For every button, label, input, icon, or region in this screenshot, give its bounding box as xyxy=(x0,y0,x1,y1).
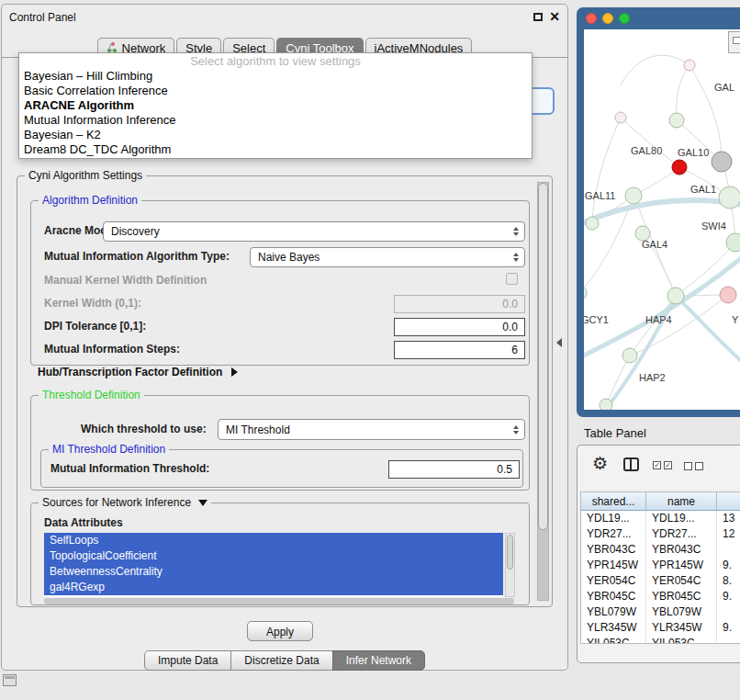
mi-algorithm-type-select[interactable]: Naive Bayes xyxy=(250,247,525,267)
network-node[interactable] xyxy=(615,112,626,123)
attributes-horizontal-scrollbar[interactable] xyxy=(44,598,514,604)
table-row[interactable]: YBR045CYBR045C9. xyxy=(581,589,740,604)
gear-icon[interactable]: ⚙ xyxy=(592,453,608,474)
table-cell[interactable]: YLR345W xyxy=(581,620,646,636)
network-node[interactable] xyxy=(719,186,740,209)
table-row[interactable]: YLR345WYLR345W9. xyxy=(581,620,740,636)
algorithm-option[interactable]: Bayesian – Hill Climbing xyxy=(19,69,532,84)
aracne-mode-select[interactable]: Discovery xyxy=(103,221,525,242)
table-row[interactable]: YPR145WYPR145W9. xyxy=(581,558,740,573)
table-cell[interactable] xyxy=(717,636,740,644)
network-canvas[interactable]: GALGAL80GAL10GAL11GAL1SWI4GAL4GCY1HAP4YH… xyxy=(584,29,740,410)
table-cell[interactable]: 12 xyxy=(717,526,740,542)
network-node[interactable] xyxy=(584,286,587,300)
table-cell[interactable]: 9. xyxy=(717,558,740,573)
algorithm-option[interactable]: Dream8 DC_TDC Algorithm xyxy=(19,142,532,157)
network-edge[interactable] xyxy=(606,296,676,409)
minimize-window-button[interactable] xyxy=(602,13,613,24)
restore-panel-icon[interactable] xyxy=(3,674,17,686)
algorithm-option[interactable]: Basic Correlation Inference xyxy=(19,84,532,98)
table-cell[interactable]: YDL19... xyxy=(581,511,646,526)
table-cell[interactable] xyxy=(717,542,740,558)
algorithm-option[interactable]: ARACNE Algorithm xyxy=(19,98,532,113)
bottom-tab-impute-data[interactable]: Impute Data xyxy=(144,650,231,671)
network-node[interactable] xyxy=(669,113,684,128)
hub-section-toggle[interactable]: Hub/Transcription Factor Definition xyxy=(38,366,238,378)
data-attribute-item[interactable]: gal4RGexp xyxy=(44,580,503,595)
table-cell[interactable]: YDR27... xyxy=(646,526,717,542)
network-node[interactable] xyxy=(684,60,695,71)
table-row[interactable]: YIL053CYIL053C xyxy=(581,636,740,644)
checked-boxes-icon[interactable]: ✓✓ xyxy=(653,461,672,469)
close-panel-icon[interactable]: ✕ xyxy=(549,9,560,24)
float-window-icon[interactable] xyxy=(533,13,543,21)
table-cell[interactable]: YBR045C xyxy=(581,589,646,604)
network-edge[interactable] xyxy=(584,254,740,360)
network-edge[interactable] xyxy=(676,296,740,365)
zoom-window-button[interactable] xyxy=(619,13,630,24)
bottom-tab-discretize-data[interactable]: Discretize Data xyxy=(230,650,332,671)
table-cell[interactable]: 9. xyxy=(717,589,740,604)
table-cell[interactable]: YER054C xyxy=(581,573,646,589)
data-attribute-item[interactable]: TopologicalCoefficient xyxy=(44,548,503,564)
panel-collapse-arrow-icon[interactable] xyxy=(556,338,562,347)
table-row[interactable]: YER054CYER054C8. xyxy=(581,573,740,589)
which-threshold-select[interactable]: MI Threshold xyxy=(218,419,525,440)
network-edge[interactable] xyxy=(677,65,690,120)
table-cell[interactable]: 8. xyxy=(717,573,740,589)
table-cell[interactable]: YPR145W xyxy=(646,558,717,573)
columns-icon[interactable] xyxy=(623,457,639,471)
table-cell[interactable]: YBR043C xyxy=(646,542,717,558)
table-cell[interactable] xyxy=(717,604,740,620)
data-attribute-item[interactable]: BetweennessCentrality xyxy=(44,564,503,580)
data-attribute-item[interactable]: SelfLoops xyxy=(44,533,503,548)
cyni-settings-group: Cyni Algorithm Settings Algorithm Defini… xyxy=(17,175,553,607)
mi-steps-field[interactable]: 6 xyxy=(394,341,525,359)
algorithm-option[interactable]: Bayesian – K2 xyxy=(19,128,532,142)
table-cell[interactable]: YBL079W xyxy=(581,604,646,620)
table-cell[interactable]: YER054C xyxy=(646,573,717,589)
table-cell[interactable]: YBL079W xyxy=(646,604,717,620)
network-node[interactable] xyxy=(622,348,637,363)
table-cell[interactable]: YPR145W xyxy=(581,558,646,573)
dpi-tolerance-field[interactable]: 0.0 xyxy=(394,318,525,336)
column-header[interactable] xyxy=(717,492,740,511)
network-node[interactable] xyxy=(726,233,740,252)
network-node[interactable] xyxy=(586,217,599,230)
unchecked-boxes-icon[interactable] xyxy=(684,462,703,470)
network-graph[interactable]: GALGAL80GAL10GAL11GAL1SWI4GAL4GCY1HAP4YH… xyxy=(584,29,740,410)
table-cell[interactable]: 13 xyxy=(717,511,740,526)
network-edge[interactable] xyxy=(621,55,690,85)
settings-scrollbar[interactable] xyxy=(537,182,549,601)
network-node[interactable] xyxy=(667,288,684,304)
network-node[interactable] xyxy=(600,399,612,410)
algorithm-option[interactable]: Mutual Information Inference xyxy=(19,113,532,128)
data-attributes-list: SelfLoopsTopologicalCoefficientBetweenne… xyxy=(44,533,503,597)
table-row[interactable]: YBL079WYBL079W xyxy=(581,604,740,620)
network-node[interactable] xyxy=(672,160,687,175)
column-header[interactable]: name xyxy=(646,492,717,511)
table-row[interactable]: YDL19...YDL19...13 xyxy=(581,511,740,526)
network-node[interactable] xyxy=(625,187,642,204)
table-row[interactable]: YDR27...YDR27...12 xyxy=(581,526,740,542)
network-node[interactable] xyxy=(720,287,736,303)
mi-threshold-field[interactable]: 0.5 xyxy=(388,460,520,479)
apply-button[interactable]: Apply xyxy=(247,621,313,641)
bottom-tab-infer-network[interactable]: Infer Network xyxy=(332,650,425,671)
close-window-button[interactable] xyxy=(586,13,597,24)
table-cell[interactable]: YIL053C xyxy=(581,636,646,644)
table-cell[interactable]: YDL19... xyxy=(646,511,717,526)
table-cell[interactable]: 9. xyxy=(717,620,740,636)
table-cell[interactable]: YBR043C xyxy=(581,542,646,558)
canvas-corner-widget[interactable] xyxy=(728,31,740,53)
attributes-vertical-scrollbar[interactable] xyxy=(505,533,515,597)
column-header[interactable]: shared... xyxy=(581,492,646,511)
table-row[interactable]: YBR043CYBR043C xyxy=(581,542,740,558)
table-cell[interactable]: YDR27... xyxy=(581,526,646,542)
table-cell[interactable]: YLR345W xyxy=(646,620,717,636)
mi-threshold-group: MI Threshold Definition Mutual Informati… xyxy=(40,449,523,488)
table-cell[interactable]: YBR045C xyxy=(646,589,717,604)
sources-section-toggle[interactable]: Sources for Network Inference xyxy=(39,496,211,509)
network-node[interactable] xyxy=(712,152,732,172)
table-cell[interactable]: YIL053C xyxy=(646,636,717,644)
